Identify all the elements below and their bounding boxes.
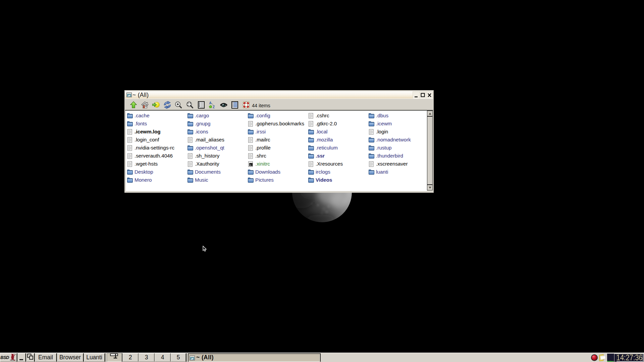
svg-text:A: A <box>209 101 212 105</box>
